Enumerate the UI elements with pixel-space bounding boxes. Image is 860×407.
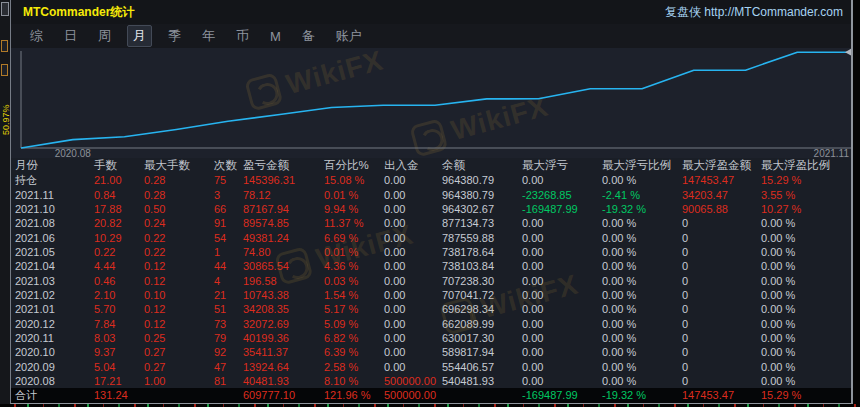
stats-table-body: 持仓21.000.2875145396.3115.08 %0.00964380.… <box>11 173 851 403</box>
cell: 964380.79 <box>442 189 522 201</box>
cell: 5.04 <box>94 361 144 373</box>
column-header[interactable]: 最大浮亏 <box>522 158 602 173</box>
cell: 630017.30 <box>442 332 522 344</box>
cell: 0.00 % <box>602 232 682 244</box>
cell: 0.00 <box>522 246 602 258</box>
menu-item-备[interactable]: 备 <box>297 26 320 46</box>
column-header[interactable]: 余额 <box>442 158 522 173</box>
cell: 32072.69 <box>243 318 324 330</box>
cell: 0 <box>682 275 761 287</box>
cell: 49381.24 <box>243 232 324 244</box>
cell: 2021.11 <box>15 189 94 201</box>
cell: 40481.93 <box>243 375 324 387</box>
column-header[interactable]: 最大浮盈金额 <box>682 158 761 173</box>
table-row[interactable]: 2020.095.040.274713924.642.58 %0.0055440… <box>11 359 851 373</box>
svg-text:2020.08: 2020.08 <box>55 148 92 158</box>
cell: 0.00 <box>384 174 442 186</box>
cell: 0.00 <box>522 318 602 330</box>
table-row[interactable]: 2020.118.030.257940199.366.82 %0.0063001… <box>11 331 851 345</box>
cell: 2020.12 <box>15 318 94 330</box>
table-row[interactable]: 2021.0820.820.249189574.8511.37 %0.00877… <box>11 216 851 230</box>
cell: 2020.11 <box>15 332 94 344</box>
column-header[interactable]: 百分比% <box>324 158 384 173</box>
column-header[interactable]: 盈亏金额 <box>243 158 324 173</box>
cell: 0.00 <box>522 232 602 244</box>
cell: 196.58 <box>243 275 324 287</box>
cell: 0.00 <box>384 332 442 344</box>
column-header[interactable]: 月份 <box>15 158 94 173</box>
table-row[interactable]: 2021.050.220.22174.800.01 %0.00738178.64… <box>11 245 851 259</box>
table-row[interactable]: 2020.127.840.127332072.695.09 %0.0066208… <box>11 316 851 330</box>
title-bar[interactable]: MTCommander统计 复盘侠 http://MTCommander.com <box>11 0 851 24</box>
table-row[interactable]: 2021.1017.880.506687167.949.94 %0.009643… <box>11 202 851 216</box>
cell: 持仓 <box>15 173 94 188</box>
cell: 0 <box>682 361 761 373</box>
cell: 20.82 <box>94 217 144 229</box>
brand-link[interactable]: 复盘侠 http://MTCommander.com <box>665 4 843 21</box>
cell: 0.28 <box>144 189 214 201</box>
cell: 0.00 % <box>761 346 851 358</box>
cell: 2020.08 <box>15 375 94 387</box>
cell: 4 <box>214 275 243 287</box>
menu-item-年[interactable]: 年 <box>197 26 220 46</box>
menu-item-账户[interactable]: 账户 <box>331 26 367 46</box>
cell: 0.00 % <box>761 303 851 315</box>
menu-bar: 综日周月季年币M备账户 <box>11 24 851 48</box>
cell: 0.50 <box>144 203 214 215</box>
column-header[interactable]: 最大浮亏比例 <box>602 158 682 173</box>
table-row[interactable]: 2021.0610.290.225449381.246.69 %0.007875… <box>11 230 851 244</box>
mtcommander-stats-window: MTCommander统计 复盘侠 http://MTCommander.com… <box>10 0 853 404</box>
cell: 79 <box>214 332 243 344</box>
table-row[interactable]: 持仓21.000.2875145396.3115.08 %0.00964380.… <box>11 173 851 187</box>
menu-item-日[interactable]: 日 <box>59 26 82 46</box>
cell: 0.00 % <box>761 332 851 344</box>
column-header[interactable]: 手数 <box>94 158 144 173</box>
column-header[interactable]: 最大浮盈比例 <box>761 158 851 173</box>
column-header[interactable]: 最大手数 <box>144 158 214 173</box>
cell: 738103.84 <box>442 260 522 272</box>
cell: 15.29 % <box>761 174 851 186</box>
menu-item-周[interactable]: 周 <box>93 26 116 46</box>
table-row[interactable]: 2021.015.700.125134208.355.17 %0.0069629… <box>11 302 851 316</box>
cell: 91 <box>214 217 243 229</box>
cell: 0.00 % <box>761 217 851 229</box>
cell: 92 <box>214 346 243 358</box>
cell: 2021.01 <box>15 303 94 315</box>
table-row[interactable]: 2020.0817.211.008140481.938.10 %500000.0… <box>11 374 851 388</box>
column-header[interactable]: 次数 <box>214 158 243 173</box>
menu-item-综[interactable]: 综 <box>25 26 48 46</box>
cell: 0.00 <box>522 289 602 301</box>
cell: 40199.36 <box>243 332 324 344</box>
cell: 11.37 % <box>324 217 384 229</box>
cell: -169487.99 <box>522 203 602 215</box>
column-header[interactable]: 出入金 <box>384 158 442 173</box>
cell: 0.00 <box>384 275 442 287</box>
cell: 0.00 % <box>602 260 682 272</box>
cell: 47 <box>214 361 243 373</box>
menu-item-币[interactable]: 币 <box>231 26 254 46</box>
menu-item-季[interactable]: 季 <box>163 26 186 46</box>
menu-item-月[interactable]: 月 <box>127 25 152 47</box>
cell: 0 <box>682 289 761 301</box>
cell: 0.00 <box>522 332 602 344</box>
cell: 0 <box>682 318 761 330</box>
table-row[interactable]: 2021.022.100.102110743.381.54 %0.0070704… <box>11 288 851 302</box>
cell: 0.00 % <box>761 375 851 387</box>
cell: 7.84 <box>94 318 144 330</box>
table-total-row[interactable]: 合计131.24609777.10121.96 %500000.00-16948… <box>11 388 851 402</box>
table-row[interactable]: 2021.044.440.124430865.544.36 %0.0073810… <box>11 259 851 273</box>
cell: 74.80 <box>243 246 324 258</box>
cell: 0.22 <box>144 246 214 258</box>
cell: 2021.04 <box>15 260 94 272</box>
table-header-row: 月份手数最大手数次数盈亏金额百分比%出入金余额最大浮亏最大浮亏比例最大浮盈金额最… <box>11 158 851 173</box>
cell: 500000.00 <box>384 375 442 387</box>
table-row[interactable]: 2021.110.840.28378.120.01 %0.00964380.79… <box>11 187 851 201</box>
cell: 1 <box>214 246 243 258</box>
cell: 3.55 % <box>761 189 851 201</box>
table-row[interactable]: 2020.109.370.279235411.376.39 %0.0058981… <box>11 345 851 359</box>
cell: 73 <box>214 318 243 330</box>
cell: 4.36 % <box>324 260 384 272</box>
cell: 35411.37 <box>243 346 324 358</box>
table-row[interactable]: 2021.030.460.124196.580.03 %0.00707238.3… <box>11 273 851 287</box>
menu-item-M[interactable]: M <box>265 28 286 45</box>
